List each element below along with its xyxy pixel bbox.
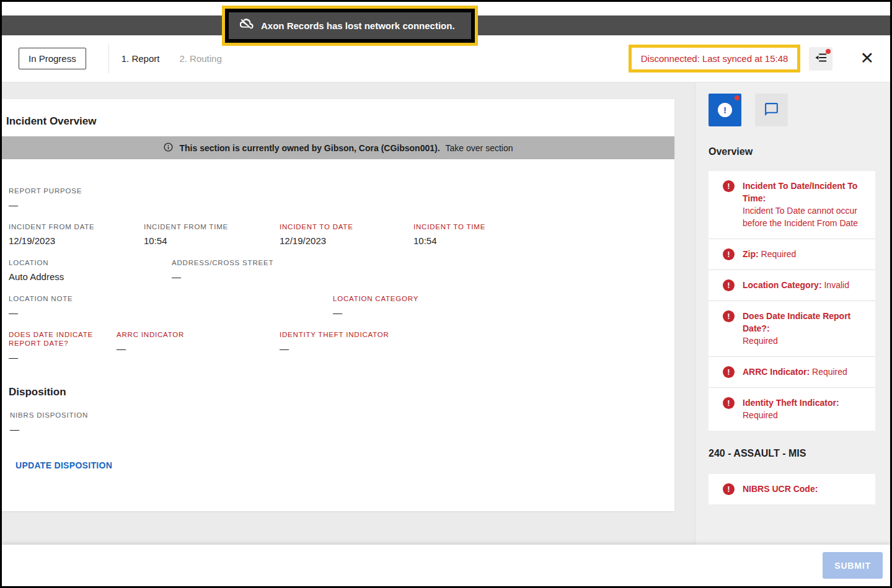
close-button[interactable]: ✕ [860, 50, 874, 67]
error-item-nibrs-ucr-code[interactable]: NIBRS UCR Code: [709, 474, 875, 504]
report-column: Incident Overview This section is curren… [2, 82, 695, 545]
update-disposition-button[interactable]: UPDATE DISPOSITION [15, 460, 112, 470]
ownership-banner: This section is currently owned by Gibso… [2, 136, 674, 159]
offense-error-list: NIBRS UCR Code: [709, 474, 875, 504]
error-icon [723, 310, 735, 322]
header-divider [108, 45, 109, 73]
menu-open-icon [814, 51, 828, 66]
fields: REPORT PURPOSE — INCIDENT FROM DATE 12/1… [2, 159, 674, 362]
alert-icon [718, 103, 732, 117]
error-icon [723, 279, 735, 291]
error-item-location-category[interactable]: Location Category: Invalid [709, 270, 875, 301]
field-report-purpose: REPORT PURPOSE — [9, 186, 144, 210]
error-icon [723, 366, 735, 378]
comment-icon [764, 102, 779, 119]
field-identity-theft-indicator: IDENTITY THEFT INDICATOR — [280, 330, 389, 362]
field-incident-from-time: INCIDENT FROM TIME 10:54 [144, 222, 280, 246]
field-location-category: LOCATION CATEGORY — [333, 294, 418, 318]
ownership-message: This section is currently owned by Gibso… [179, 143, 439, 153]
field-location-note: LOCATION NOTE — [9, 294, 333, 318]
sidebar-section-title: Overview [709, 146, 875, 157]
page-title: Incident Overview [2, 99, 674, 136]
app-window: Axon Records has lost network connection… [0, 0, 892, 588]
tab-report[interactable]: 1. Report [121, 53, 160, 64]
validation-sidebar: Overview Incident To Date/Incident To Ti… [695, 82, 890, 545]
disposition-title: Disposition [2, 375, 674, 398]
sidebar-icon-row [709, 94, 875, 126]
errors-badge-dot [735, 95, 740, 100]
field-incident-to-time: INCIDENT TO TIME 10:54 [413, 222, 485, 246]
error-list: Incident To Date/Incident To Time: Incid… [709, 171, 875, 431]
status-chip[interactable]: In Progress [19, 48, 86, 69]
network-toast-highlight: Axon Records has lost network connection… [222, 6, 478, 46]
footer-bar: SUBMIT [2, 545, 890, 586]
info-icon [163, 142, 174, 154]
sync-status-text: Disconnected: Last synced at 15:48 [641, 53, 788, 64]
sync-status-highlight: Disconnected: Last synced at 15:48 [629, 45, 801, 72]
cloud-off-icon [240, 18, 254, 33]
notification-dot [826, 49, 831, 54]
field-incident-to-date: INCIDENT TO DATE 12/19/2023 [280, 222, 413, 246]
field-arrc-indicator: ARRC INDICATOR — [117, 330, 280, 362]
tab-routing[interactable]: 2. Routing [179, 53, 221, 64]
field-nibrs-disposition: NIBRS DISPOSITION — [2, 398, 674, 434]
content-area: Incident Overview This section is curren… [2, 82, 890, 545]
error-icon [723, 397, 735, 409]
error-item-arrc-indicator[interactable]: ARRC Indicator: Required [709, 356, 875, 387]
error-icon [723, 180, 735, 192]
field-incident-from-date: INCIDENT FROM DATE 12/19/2023 [9, 222, 144, 246]
field-address-cross-street: ADDRESS/CROSS STREET — [172, 258, 273, 282]
field-location: LOCATION Auto Address [9, 258, 172, 282]
error-item-identity-theft[interactable]: Identity Theft Indicator: Required [709, 387, 875, 431]
collapse-panel-button[interactable] [809, 47, 832, 71]
error-item-does-date-indicate[interactable]: Does Date Indicate Report Date?: Require… [709, 301, 875, 356]
error-item-zip[interactable]: Zip: Required [709, 239, 875, 270]
field-does-date-indicate-report-date: DOES DATE INDICATE REPORT DATE? — [9, 330, 117, 362]
network-toast: Axon Records has lost network connection… [229, 12, 471, 39]
comments-button[interactable] [755, 94, 788, 126]
validation-errors-button[interactable] [709, 94, 741, 126]
submit-button[interactable]: SUBMIT [823, 552, 883, 579]
error-icon [723, 248, 735, 260]
error-icon [723, 483, 735, 495]
network-toast-message: Axon Records has lost network connection… [261, 20, 455, 31]
incident-overview-card: Incident Overview This section is curren… [2, 99, 674, 511]
error-item-incident-to-date[interactable]: Incident To Date/Incident To Time: Incid… [709, 171, 875, 239]
take-over-section-link[interactable]: Take over section [446, 143, 513, 153]
offense-section-title: 240 - ASSAULT - MIS [709, 448, 875, 459]
